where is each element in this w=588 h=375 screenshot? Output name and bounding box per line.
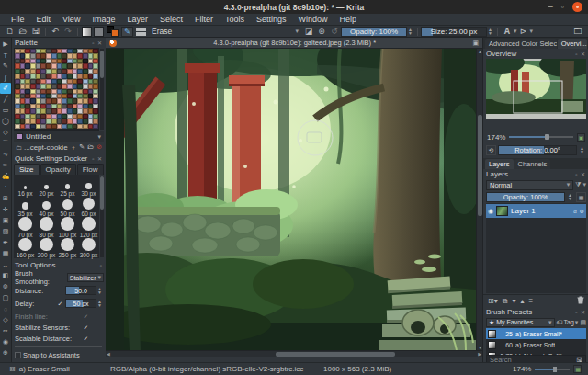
menu-filter[interactable]: Filter	[189, 15, 219, 24]
delay-checkbox[interactable]: ✓	[57, 301, 63, 307]
tool-freehand-brush[interactable]: ✐	[0, 83, 11, 94]
menu-edit[interactable]: Edit	[31, 15, 57, 24]
layer-alpha-icon[interactable]: α	[573, 209, 576, 214]
brush-size-120[interactable]: 120 px	[78, 217, 99, 238]
close-button[interactable]	[572, 2, 582, 12]
palette-scrollbar[interactable]	[100, 49, 104, 130]
brush-size-30[interactable]: 30 px	[78, 176, 99, 197]
layer-properties-icon[interactable]: ≡	[528, 297, 533, 305]
docker-float-icon[interactable]: ▫	[100, 263, 103, 268]
quick-settings-tab-size[interactable]: Size	[14, 164, 40, 175]
load-palette-icon[interactable]: 🗁	[87, 143, 94, 153]
pattern-chooser[interactable]	[94, 27, 104, 37]
zoom-to-fit-icon[interactable]: ▣	[577, 133, 585, 142]
brush-preset-row[interactable]: 60a) Eraser Soft	[486, 339, 586, 350]
brush-size-80[interactable]: 80 px	[36, 217, 57, 238]
tool-line[interactable]: ╱	[0, 94, 11, 105]
layer-properties-icon[interactable]: ⚙	[580, 208, 584, 214]
duplicate-layer-icon[interactable]: ⧉	[503, 297, 508, 306]
brush-size-160[interactable]: 160 px	[15, 238, 36, 259]
menu-image[interactable]: Image	[86, 15, 120, 24]
tool-polyline[interactable]: ⌒	[0, 138, 11, 149]
tool-calligraphy[interactable]: ∫	[0, 72, 11, 83]
snap-to-assistants-checkbox[interactable]	[15, 352, 21, 358]
tool-text[interactable]: T	[0, 50, 11, 61]
docker-tab-channels[interactable]: Channels	[514, 159, 551, 169]
reload-preset-icon[interactable]: ↺	[328, 27, 341, 36]
stabilize-sensors-checkbox[interactable]: ✓	[83, 324, 89, 331]
mirror-icon[interactable]: 𝐀	[501, 27, 514, 37]
tool-select-freehand[interactable]: ∾	[0, 325, 11, 336]
chevron-down-icon[interactable]: ▾	[582, 181, 586, 188]
choose-brush-preset-icon[interactable]	[135, 27, 147, 37]
brush-size-20[interactable]: 20 px	[36, 176, 57, 197]
tool-gradient[interactable]: ▨	[0, 226, 11, 237]
edit-brush-settings-icon[interactable]: ✎	[121, 27, 133, 37]
canvas[interactable]	[106, 49, 476, 350]
overview-zoom-slider[interactable]	[509, 136, 573, 138]
menu-settings[interactable]: Settings	[251, 15, 292, 24]
tool-color-sampler[interactable]: ✒	[0, 237, 11, 248]
minimize-button[interactable]: –	[548, 0, 553, 14]
rotation-reset-icon[interactable]: ⟲	[486, 145, 496, 155]
rotation-slider[interactable]: Rotation: 0.00°	[498, 145, 577, 155]
overview-thumbnail[interactable]	[486, 59, 586, 119]
tool-rectangle[interactable]: ▭	[0, 105, 11, 116]
palette-color-grid[interactable]	[15, 49, 98, 130]
brush-size-25[interactable]: 25 px	[57, 176, 78, 197]
tool-fill[interactable]: ◧	[0, 270, 11, 281]
workspace-chooser-icon[interactable]: 🗔	[571, 27, 584, 36]
redo-icon[interactable]: ↷	[62, 27, 74, 36]
brush-size-100[interactable]: 100 px	[57, 217, 78, 238]
delete-swatch-icon[interactable]: ⊘	[96, 143, 102, 153]
statusbar-zoom-slider[interactable]	[535, 369, 570, 370]
docker-tab-advanced-color-selector[interactable]: Advanced Color Selec...	[485, 39, 557, 49]
add-layer-icon[interactable]: ⊞▾	[488, 297, 498, 305]
brush-size-70[interactable]: 70 px	[15, 217, 36, 238]
tool-select-shapes[interactable]: ▶	[0, 39, 11, 50]
brush-size-300[interactable]: 300 px	[78, 238, 99, 259]
brush-size-250[interactable]: 250 px	[57, 238, 78, 259]
preserve-alpha-icon[interactable]: ⊛	[315, 27, 328, 36]
docker-float-close-icons[interactable]: ▫ ✕	[575, 51, 586, 57]
layer-opacity-slider[interactable]: Opacity: 100%	[486, 192, 565, 202]
tool-dynamic-brush[interactable]: ✍	[0, 171, 11, 182]
layer-row[interactable]: ◉ Layer 1 α ⚙	[486, 204, 586, 218]
window-titlebar[interactable]: 4.3.0-prealpha (git 8c9b10e): * — Krita …	[0, 0, 588, 14]
menu-view[interactable]: View	[57, 15, 85, 24]
canvas-vertical-scrollbar[interactable]: ▲▼	[476, 49, 482, 350]
tool-select-elliptical[interactable]: ◌	[0, 303, 11, 314]
display-mode-icon[interactable]: ▤	[580, 319, 586, 326]
brush-smoothing-combo[interactable]: Stabilizer ▾	[67, 273, 104, 282]
foreground-background-colors[interactable]	[107, 26, 119, 37]
layer-visibility-eye-icon[interactable]: ◉	[488, 208, 493, 215]
canvas-subwindow-titlebar[interactable]: 4.3.0-prealpha (git 8c9b10e): galteed.jp…	[106, 38, 482, 49]
tool-assistants[interactable]: ⊚	[0, 281, 11, 292]
palette-swatch[interactable]	[93, 124, 98, 129]
brush-preset-row[interactable]: 25a) Eraser Small*	[486, 328, 586, 339]
tool-select-rectangular[interactable]: ▢	[0, 292, 11, 303]
maximize-button[interactable]: ▫	[561, 0, 564, 14]
size-spinner[interactable]: ▲▼	[488, 28, 492, 35]
docker-float-close-icons[interactable]: ▫ ✕	[575, 171, 586, 177]
save-icon[interactable]: 🖫	[29, 27, 42, 36]
undo-icon[interactable]: ↶	[49, 27, 62, 36]
tool-select-polygonal[interactable]: ◇	[0, 314, 11, 325]
open-document-icon[interactable]: 🗁	[17, 27, 29, 36]
pixel-grid-icon[interactable]: ▦	[573, 365, 582, 373]
docker-float-close-icons[interactable]: ▫ ✕	[92, 40, 103, 46]
tool-bezier-curve[interactable]: ∿	[0, 149, 11, 160]
blending-mode-combo[interactable]: Erase ▾	[148, 26, 302, 37]
tool-freehand-path[interactable]: ✑	[0, 160, 11, 171]
docker-tab-overview[interactable]: Overvi...	[558, 39, 587, 49]
docker-float-close-icons[interactable]: ▫ ✕	[575, 309, 586, 315]
edit-palette-icon[interactable]: ✎	[79, 143, 85, 153]
docker-tab-layers[interactable]: Layers	[485, 159, 514, 169]
brush-size-35[interactable]: 35 px	[15, 197, 36, 218]
subwindow-maximize-icon[interactable]: ▣	[472, 40, 479, 47]
quick-settings-tab-opacity[interactable]: Opacity	[40, 164, 76, 175]
menu-tools[interactable]: Tools	[220, 15, 250, 24]
finish-line-checkbox[interactable]: ✓	[83, 313, 89, 320]
menu-help[interactable]: Help	[334, 15, 363, 24]
brush-size-200[interactable]: 200 px	[36, 238, 57, 259]
